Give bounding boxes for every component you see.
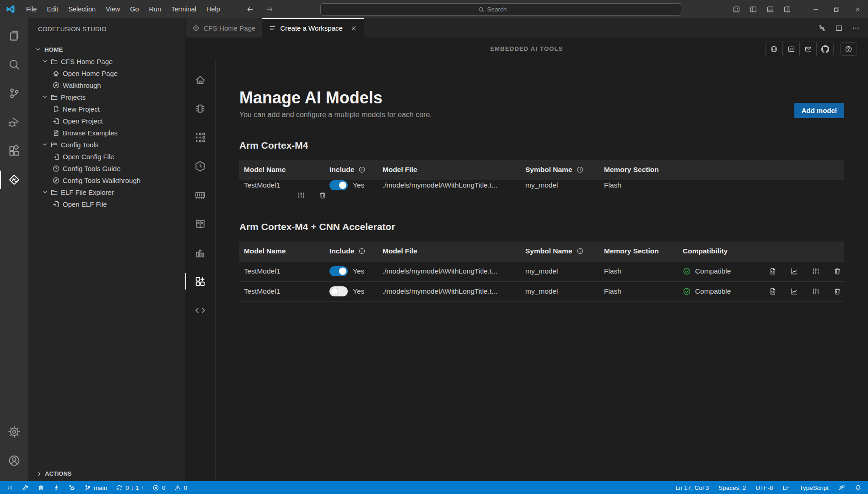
split-editor-icon[interactable]: [835, 24, 843, 32]
file-code-icon[interactable]: [769, 267, 777, 275]
tab-create-a-workspace[interactable]: Create a Workspace: [262, 18, 364, 38]
status-language[interactable]: TypeScript: [799, 484, 829, 491]
status-remote[interactable]: [6, 484, 13, 491]
rail-generate-code[interactable]: [185, 301, 216, 319]
rail-documentation[interactable]: [185, 215, 216, 233]
sliders-icon[interactable]: [812, 287, 820, 295]
command-center-search[interactable]: [320, 3, 681, 16]
status-branch[interactable]: main: [84, 484, 107, 491]
tree-item-projects[interactable]: Projects: [28, 91, 185, 103]
github-link[interactable]: [816, 42, 833, 56]
restore-button[interactable]: [826, 0, 847, 18]
menu-file[interactable]: File: [21, 0, 42, 18]
info-icon[interactable]: [577, 247, 584, 255]
toggle-sidebar-right-icon[interactable]: [783, 5, 791, 13]
rail-pin-config[interactable]: [185, 128, 216, 146]
open-changes-icon[interactable]: [818, 24, 826, 32]
forward-arrow-icon[interactable]: [266, 5, 274, 13]
include-toggle[interactable]: [329, 180, 348, 190]
tree-item-open-home-page[interactable]: Open Home Page: [28, 67, 185, 79]
menu-edit[interactable]: Edit: [42, 0, 63, 18]
status-eol[interactable]: LF: [782, 484, 790, 491]
activity-account[interactable]: [0, 449, 28, 473]
status-tools[interactable]: [22, 484, 29, 491]
include-toggle[interactable]: [329, 266, 348, 276]
tree-item-open-project[interactable]: Open Project: [28, 115, 185, 127]
rail-soc-config[interactable]: [185, 99, 216, 118]
model-name-cell: TestModel1: [239, 181, 329, 189]
close-window-button[interactable]: [847, 0, 868, 18]
file-code-icon[interactable]: [769, 287, 777, 295]
menu-go[interactable]: Go: [125, 0, 144, 18]
rail-clock-config[interactable]: [185, 157, 216, 175]
compatibility-cell: Compatible: [683, 267, 764, 275]
minimize-button[interactable]: [805, 0, 826, 18]
status-errors[interactable]: 0: [152, 484, 166, 491]
tree-item-elf-file-explorer[interactable]: ELF File Explorer: [28, 186, 185, 198]
status-trash[interactable]: [38, 484, 44, 491]
more-actions-icon[interactable]: [852, 24, 860, 32]
menu-terminal[interactable]: Terminal: [166, 0, 201, 18]
tab-cfs-home-page[interactable]: CFS Home Page: [185, 18, 262, 38]
help-button[interactable]: [840, 42, 857, 56]
chip-icon: [194, 102, 206, 115]
tree-item-cfs-home-page[interactable]: CFS Home Page: [28, 55, 185, 67]
activity-explorer[interactable]: [0, 24, 28, 48]
tree-item-config-tools-walkthrough[interactable]: Config Tools Walkthrough: [28, 174, 185, 186]
tree-item-config-tools-guide[interactable]: Config Tools Guide: [28, 162, 185, 174]
activity-codefusion-studio[interactable]: [0, 168, 28, 192]
activity-run-debug[interactable]: [0, 110, 28, 134]
info-icon[interactable]: [577, 166, 584, 173]
trash-icon[interactable]: [833, 287, 841, 295]
rail-memory[interactable]: [185, 186, 216, 204]
website-link[interactable]: [766, 42, 782, 56]
activity-extensions[interactable]: [0, 139, 28, 163]
info-icon[interactable]: [358, 166, 366, 173]
trash-icon[interactable]: [833, 267, 841, 275]
sliders-icon[interactable]: [297, 191, 305, 199]
chart-line-icon[interactable]: [790, 287, 798, 295]
toggle-sidebar-left-icon[interactable]: [749, 5, 757, 13]
activity-source-control[interactable]: [0, 81, 28, 105]
actions-panel-header[interactable]: ACTIONS: [28, 466, 185, 481]
back-arrow-icon[interactable]: [246, 5, 254, 13]
include-toggle[interactable]: [329, 286, 348, 296]
status-warnings[interactable]: 0: [174, 484, 188, 491]
status-flash[interactable]: [53, 484, 60, 491]
activity-settings[interactable]: [0, 420, 28, 444]
search-input[interactable]: [487, 6, 524, 13]
email-link[interactable]: [799, 42, 816, 56]
rail-ai-models[interactable]: [185, 272, 216, 290]
menu-run[interactable]: Run: [144, 0, 167, 18]
menu-selection[interactable]: Selection: [63, 0, 101, 18]
tree-item-open-elf-file[interactable]: Open ELF File: [28, 198, 185, 210]
tree-item-walkthrough[interactable]: Walkthrough: [28, 79, 185, 91]
rail-profiling[interactable]: [185, 243, 216, 262]
tree-item-new-project[interactable]: New Project: [28, 103, 185, 115]
add-model-button[interactable]: Add model: [794, 103, 845, 118]
chart-line-icon[interactable]: [790, 267, 798, 275]
customize-layout-icon[interactable]: [733, 5, 740, 13]
status-indentation[interactable]: Spaces: 2: [718, 484, 746, 491]
tree-item-open-config-file[interactable]: Open Config File: [28, 150, 185, 162]
menu-help[interactable]: Help: [201, 0, 225, 18]
status-debug-disconnect[interactable]: [69, 484, 75, 491]
menu-view[interactable]: View: [101, 0, 125, 18]
activity-search[interactable]: [0, 53, 28, 76]
status-cursor-position[interactable]: Ln 17, Col 3: [675, 484, 709, 491]
status-feedback[interactable]: [838, 484, 845, 491]
rail-home[interactable]: [185, 70, 216, 89]
ez-feedback-link[interactable]: EZ: [782, 42, 799, 56]
toggle-panel-bottom-icon[interactable]: [766, 5, 774, 13]
status-sync[interactable]: 0 ↓ 1 ↑: [116, 484, 144, 491]
sliders-icon[interactable]: [812, 267, 820, 275]
tree-item-home[interactable]: HOME: [28, 43, 185, 55]
tree-item-browse-examples[interactable]: Browse Examples: [28, 127, 185, 139]
folder-icon: [50, 93, 58, 101]
tree-item-config-tools[interactable]: Config Tools: [28, 139, 185, 150]
close-icon[interactable]: [350, 25, 357, 32]
trash-icon[interactable]: [318, 191, 327, 199]
status-encoding[interactable]: UTF-8: [755, 484, 773, 491]
status-notifications[interactable]: [855, 484, 862, 491]
info-icon[interactable]: [358, 247, 366, 255]
